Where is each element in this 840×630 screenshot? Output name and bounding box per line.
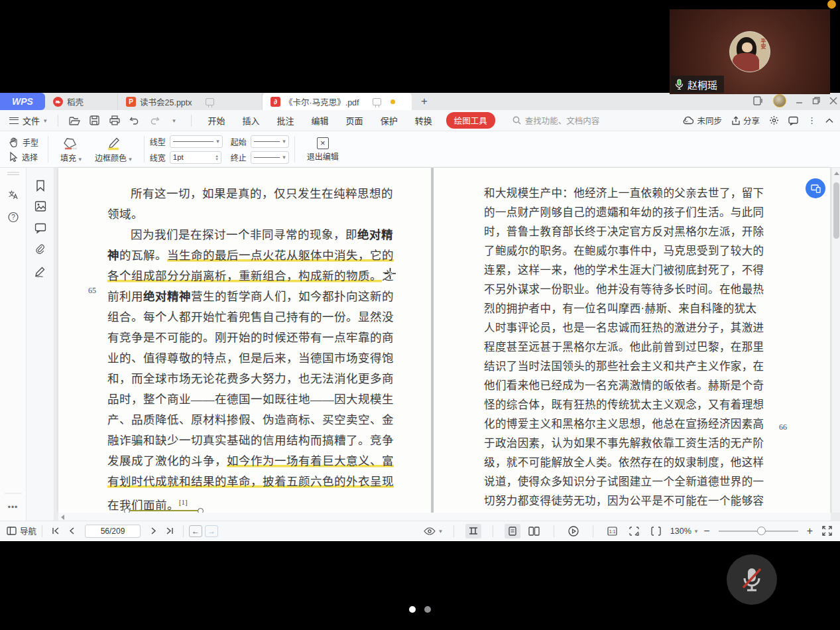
navigation-toggle[interactable]: 导航: [7, 525, 36, 537]
menu-item[interactable]: 插入: [234, 110, 269, 131]
pdf-page-right[interactable]: 和大规模生产中：他经济上一直依赖的父亲去世了，留下的一点财产刚够自己的遗孀和年幼…: [434, 168, 830, 513]
fill-label: 填充: [60, 154, 76, 163]
tab-pdf-active[interactable]: ∂ 《卡尔·马克思》.pdf: [263, 93, 412, 110]
exit-edit-button[interactable]: × 退出编辑: [300, 137, 345, 162]
highlighted-text-segment: 当生命的最后一点火花从躯体中消失，它的: [167, 249, 394, 262]
pdf-page-left[interactable]: 所有这一切，如果是真的，仅只发生在纯粹思想的领域。因为我们是在探讨一个非同寻常的…: [58, 168, 431, 513]
fullscreen-button[interactable]: [819, 524, 835, 538]
arrow-start-select[interactable]: ▾: [251, 135, 289, 148]
zoom-slider[interactable]: [719, 531, 798, 532]
share-button[interactable]: 分享: [731, 114, 760, 127]
zoom-out-button[interactable]: −: [703, 525, 709, 537]
more-tools-ellipsis[interactable]: •••: [8, 503, 19, 512]
redo-button[interactable]: [146, 113, 163, 129]
screencast-icon: [373, 98, 381, 105]
prev-page-button[interactable]: [64, 524, 80, 538]
wps-home-button[interactable]: WPS: [0, 93, 45, 110]
play-presentation-button[interactable]: [566, 524, 581, 538]
continuous-scroll-button[interactable]: [465, 524, 481, 538]
first-page-button[interactable]: [48, 524, 64, 538]
file-menu[interactable]: 文件 ▾: [7, 114, 50, 127]
zoom-slider-knob[interactable]: [757, 527, 766, 535]
menu-item[interactable]: 转换: [406, 110, 441, 131]
close-button[interactable]: [829, 97, 837, 105]
scroll-left-arrow[interactable]: [61, 515, 64, 520]
menu-bar: 文件 ▾ ▾ 开始插入批注编辑页面保护转换 绘图工具 查找功能、文档内容 未同步…: [0, 110, 840, 131]
svg-text:?: ?: [11, 214, 15, 221]
menu-item[interactable]: 开始: [200, 110, 234, 131]
two-page-view-button[interactable]: [526, 524, 542, 538]
settings-gear-icon[interactable]: [769, 115, 779, 125]
select-tool[interactable]: 选择: [9, 151, 38, 162]
account-avatar[interactable]: [773, 94, 786, 107]
minimize-button[interactable]: [796, 97, 803, 105]
actual-size-button[interactable]: 1:1: [605, 524, 621, 538]
text-segment: [1]: [179, 499, 188, 506]
text-segment: 组合。每个人都开始忙着兜售自己持有的一份。显然没: [107, 310, 394, 324]
history-forward-button[interactable]: →: [205, 525, 218, 537]
kebab-menu-icon[interactable]: ⋮: [808, 115, 816, 125]
pdf-canvas[interactable]: 所有这一切，如果是真的，仅只发生在纯粹思想的领域。因为我们是在探讨一个非同寻常的…: [54, 168, 840, 521]
page-dot-inactive[interactable]: [424, 606, 431, 613]
more-commands-icon[interactable]: ▾: [166, 113, 183, 129]
comment-icon[interactable]: [34, 223, 46, 233]
fit-page-button[interactable]: [627, 524, 642, 538]
scroll-up-arrow[interactable]: [834, 172, 839, 175]
book-text-line: 怪的综合体，既有狂热的传统犹太主义观念，又有着理想: [484, 395, 780, 414]
single-page-view-button[interactable]: [505, 524, 520, 538]
draw-tools-active-tab[interactable]: 绘图工具: [446, 112, 495, 129]
fill-dropdown[interactable]: 填充 ▾: [54, 136, 88, 163]
horizontal-scrollbar[interactable]: [58, 513, 831, 521]
bookmark-icon[interactable]: [35, 180, 45, 192]
zoom-in-button[interactable]: +: [807, 525, 813, 537]
menu-item[interactable]: 页面: [337, 110, 372, 131]
scrollbar-thumb[interactable]: [833, 182, 839, 239]
tab-pptx[interactable]: P 读书会25.pptx: [118, 93, 263, 110]
text-segment: 说道，使得众多知识分子试图建立一个全新道德世界的一: [484, 475, 764, 488]
next-page-button[interactable]: [146, 524, 162, 538]
selected-annotation-line[interactable]: [127, 510, 200, 511]
sync-status[interactable]: 未同步: [682, 114, 722, 127]
feedback-bubble-icon[interactable]: [788, 116, 798, 125]
book-text-line: 和，而全球市场无论花费多大努力，也无法消化更多商: [107, 369, 402, 389]
line-width-stepper[interactable]: 1pt ▴▾: [170, 151, 221, 164]
arrow-end-select[interactable]: ▾: [251, 151, 289, 164]
page-number-input[interactable]: [85, 525, 141, 538]
help-icon[interactable]: ?: [7, 212, 19, 223]
menu-item[interactable]: 批注: [269, 110, 303, 131]
last-page-button[interactable]: [162, 524, 178, 538]
zoom-level-dropdown[interactable]: 130% ▾: [670, 527, 698, 536]
book-text-line: 品时，整个商业——在德国一如既往地——因大规模生: [107, 389, 402, 410]
book-text-line: 不另外谋求一份职业。他并没有等待多长时间。在他最热: [484, 280, 780, 299]
book-text-line: 前利用绝对精神营生的哲学商人们，如今都扑向这新的: [107, 286, 402, 307]
menu-item[interactable]: 保护: [372, 110, 406, 131]
undo-button[interactable]: [126, 113, 143, 129]
attachment-icon[interactable]: [35, 244, 46, 255]
new-tab-button[interactable]: +: [412, 93, 437, 110]
vertical-scrollbar[interactable]: [831, 168, 840, 513]
border-color-dropdown[interactable]: 边框颜色 ▾: [88, 136, 139, 163]
tab-bar: WPS ❧ 稻壳 P 读书会25.pptx ∂ 《卡尔·马克思》.pdf +: [0, 93, 840, 110]
mobile-view-float-button[interactable]: [806, 178, 825, 198]
translate-icon[interactable]: [7, 189, 19, 200]
integrate-mode-icon[interactable]: [753, 96, 764, 105]
image-annotation-icon[interactable]: [34, 201, 46, 212]
open-file-button[interactable]: [66, 113, 84, 129]
history-back-button[interactable]: ←: [189, 525, 202, 537]
eye-protection-dropdown[interactable]: ▾: [424, 527, 442, 535]
line-type-select[interactable]: ▾: [170, 135, 223, 148]
collapse-ribbon-icon[interactable]: [825, 118, 833, 123]
panel-drag-handle[interactable]: [7, 172, 19, 176]
restore-button[interactable]: [812, 97, 820, 105]
hand-tool[interactable]: 手型: [9, 137, 38, 148]
save-button[interactable]: [86, 113, 103, 129]
menu-item[interactable]: 编辑: [303, 110, 337, 131]
print-button[interactable]: [106, 113, 123, 129]
search-box[interactable]: 查找功能、文档内容: [512, 114, 600, 127]
microphone-muted-button[interactable]: [727, 554, 777, 605]
fit-width-button[interactable]: [648, 524, 664, 538]
signature-icon[interactable]: [34, 266, 46, 277]
page-dot-active[interactable]: [409, 606, 416, 613]
tab-docer[interactable]: ❧ 稻壳: [45, 93, 118, 110]
participant-video-tile[interactable]: 平安 赵桐瑶: [670, 9, 830, 94]
